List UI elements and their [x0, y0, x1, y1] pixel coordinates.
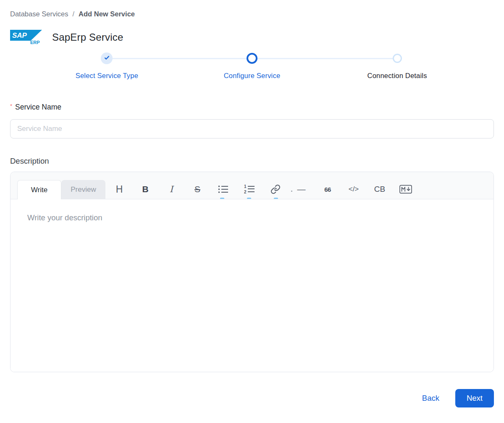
step-label-connection-details: Connection Details — [368, 72, 427, 80]
breadcrumb-add-new-service: Add New Service — [79, 10, 135, 18]
markdown-icon[interactable] — [399, 183, 412, 195]
breadcrumb-separator: / — [73, 10, 75, 18]
editor-toolbar: Write Preview H B I S — [10, 172, 494, 199]
heading-icon[interactable]: H — [113, 183, 126, 195]
editor-tabs: Write Preview — [17, 180, 105, 199]
page-title: SapErp Service — [52, 31, 123, 43]
breadcrumb-database-services[interactable]: Database Services — [10, 10, 68, 18]
strikethrough-icon[interactable]: S — [191, 183, 204, 195]
next-button[interactable]: Next — [455, 389, 494, 407]
description-label: Description — [10, 157, 494, 166]
editor-tools: H B I S 1 2 — [113, 183, 412, 195]
step-label-configure-service: Configure Service — [224, 72, 281, 80]
page-header: SAP ERP SapErp Service — [10, 29, 494, 46]
link-icon[interactable] — [269, 183, 282, 195]
svg-text:1: 1 — [244, 184, 247, 189]
code-icon[interactable]: </> — [347, 183, 360, 195]
svg-text:SAP: SAP — [12, 31, 27, 39]
add-new-service-page: Database Services / Add New Service SAP … — [0, 0, 504, 407]
required-asterisk: * — [10, 103, 12, 109]
clipped-tooltip-artifact — [274, 198, 278, 199]
tab-preview[interactable]: Preview — [61, 180, 105, 199]
svg-text:ERP: ERP — [30, 40, 40, 45]
horizontal-rule-icon[interactable]: — — [295, 183, 308, 195]
description-textarea[interactable] — [10, 199, 494, 372]
numbered-list-icon[interactable]: 1 2 — [243, 183, 256, 195]
step-dot-completed — [101, 52, 113, 64]
step-label-select-service-type: Select Service Type — [76, 72, 138, 80]
check-icon — [104, 55, 110, 63]
description-editor: Write Preview H B I S — [10, 172, 494, 372]
bold-icon[interactable]: B — [139, 183, 152, 195]
svg-text:2: 2 — [244, 190, 247, 194]
quote-icon[interactable]: 66 — [321, 183, 334, 195]
service-name-input[interactable] — [10, 119, 494, 138]
italic-icon[interactable]: I — [165, 183, 178, 195]
codeblock-icon[interactable]: CB — [373, 183, 386, 195]
step-dot-pending — [393, 54, 402, 63]
stepper: Select Service Type Configure Service Co… — [10, 52, 494, 82]
editor-body — [10, 199, 494, 372]
service-name-label: * Service Name — [10, 103, 494, 112]
back-button[interactable]: Back — [422, 394, 439, 403]
service-name-label-text: Service Name — [15, 103, 61, 112]
clipped-tooltip-artifact — [247, 198, 251, 199]
sap-erp-logo-icon: SAP ERP — [10, 29, 43, 45]
breadcrumb: Database Services / Add New Service — [10, 10, 494, 18]
bullet-list-icon[interactable] — [217, 183, 230, 195]
clipped-tooltip-artifact — [220, 198, 224, 199]
footer-actions: Back Next — [10, 389, 494, 407]
step-dot-active — [247, 53, 257, 64]
tab-write[interactable]: Write — [17, 180, 61, 199]
dot-artifact — [291, 191, 292, 192]
